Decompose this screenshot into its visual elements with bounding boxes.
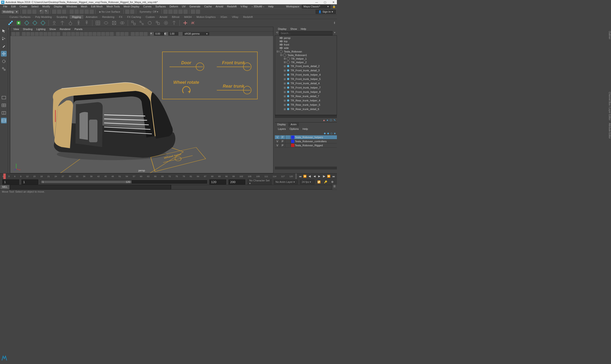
view-safe-action-icon[interactable] <box>56 32 60 36</box>
outliner-item[interactable]: ⊞✱TR_Rear_trunk_helper_4 <box>275 98 337 103</box>
snap-curve-icon[interactable] <box>75 10 79 14</box>
play-forward-icon[interactable]: ▶ <box>317 174 321 179</box>
outliner-item[interactable]: ⊟Tesla_Robovan1 <box>275 53 337 57</box>
view-transform-icon[interactable] <box>179 32 182 36</box>
shelf-skin-icon[interactable] <box>51 20 58 26</box>
view-dof-icon[interactable] <box>110 32 114 36</box>
layout-custom-icon[interactable] <box>1 118 7 123</box>
snap-live-icon[interactable] <box>90 10 94 14</box>
outliner-menu-display[interactable]: Display <box>276 27 288 30</box>
goto-start-icon[interactable]: ⏮ <box>298 174 302 179</box>
lasso-tool-icon[interactable] <box>1 36 7 41</box>
outliner-item[interactable]: ⊞✱TR_Front_trunk_helper_8 <box>275 90 337 94</box>
menu-generate[interactable]: Generate <box>187 5 202 8</box>
outliner-item[interactable]: ⊞✱TR_Front_trunk_detail_4 <box>275 81 337 85</box>
outliner-item[interactable]: top <box>275 40 337 43</box>
rig-door-slider[interactable] <box>169 66 203 67</box>
gamma-selector[interactable]: sRGB gamma▾ <box>183 32 209 35</box>
menu-surfaces[interactable]: Surfaces <box>154 5 168 8</box>
current-time-indicator[interactable] <box>3 173 6 179</box>
shelf-tab-rendering[interactable]: Rendering <box>100 15 117 19</box>
menu-display[interactable]: Display <box>52 5 65 8</box>
outliner-item[interactable]: ⊞✱TR_Rear_trunk_detail_6 <box>275 107 337 111</box>
shelf-tab-poly-modeling[interactable]: Poly Modeling <box>33 15 54 19</box>
shelf-tab-motion-graphics[interactable]: Motion Graphics <box>194 15 218 19</box>
range-end-inner[interactable] <box>209 180 226 184</box>
view-lights-icon[interactable] <box>76 32 79 36</box>
gamma-icon[interactable]: ◐ <box>164 32 168 36</box>
shelf-ik-handle-icon[interactable] <box>40 20 46 26</box>
view-nurbs-icon[interactable] <box>135 32 139 36</box>
lock-icon[interactable]: 🔒 <box>332 5 336 8</box>
shelf-tab-vray[interactable]: VRay <box>229 15 241 19</box>
view-gate-mask-icon[interactable] <box>48 32 52 36</box>
view-shaded-icon[interactable] <box>67 32 71 36</box>
move-tool-icon[interactable] <box>1 51 7 57</box>
layer-menu-help[interactable]: Help <box>301 128 310 130</box>
view-exposure-icon[interactable] <box>116 32 120 36</box>
toggle-icon[interactable] <box>196 10 200 14</box>
menu-create[interactable]: Create <box>18 5 29 8</box>
menu-mesh[interactable]: Mesh <box>79 5 89 8</box>
channel-icon-3[interactable]: ⬡ <box>330 119 332 122</box>
range-end-outer[interactable] <box>229 180 245 184</box>
anim-layer-selector[interactable]: No Anim Layer ▾ <box>274 180 298 184</box>
shelf-constraint-orient-icon[interactable] <box>146 20 153 26</box>
fps-selector[interactable]: 24 fps ▾ <box>300 180 314 184</box>
view-color-icon[interactable] <box>125 32 129 36</box>
view-multisample-icon[interactable] <box>105 32 109 36</box>
layout-single-icon[interactable] <box>1 95 7 101</box>
layer-row[interactable]: VPTesla_Robovan_controllers <box>275 139 337 143</box>
layer-new-empty-icon[interactable]: ◇ <box>330 132 332 135</box>
maximize-button[interactable]: ▢ <box>323 1 327 4</box>
select-tool-icon[interactable] <box>1 28 7 34</box>
outliner-item[interactable]: ⊞✱TR_Rear_trunk_detail_7 <box>275 94 337 98</box>
scale-tool-icon[interactable] <box>1 66 7 72</box>
outliner-item[interactable]: front <box>275 43 337 46</box>
outliner-item[interactable]: ⊞TR_Helper_2 <box>275 60 337 64</box>
module-selector[interactable]: Modeling ▾ <box>1 10 19 14</box>
construction-icon[interactable] <box>130 10 134 14</box>
range-slider[interactable]: 1120 <box>40 180 207 183</box>
autokey-icon[interactable]: 🔑 <box>324 180 328 184</box>
rig-controls-panel[interactable]: Door Front trunk Wheel rotate Rear trunk <box>162 52 258 99</box>
view-textured-icon[interactable] <box>71 32 75 36</box>
outliner-item[interactable]: ⊟Tesla_Robovan <box>275 50 337 53</box>
exposure-icon[interactable]: ☀ <box>150 32 154 36</box>
tab-anim[interactable]: Anim <box>288 122 299 127</box>
view-2d-icon[interactable] <box>31 32 34 36</box>
shelf-tab-redshift[interactable]: Redshift <box>241 15 255 19</box>
panel-layout-icon[interactable] <box>191 10 195 14</box>
shelf-tab-custom[interactable]: Custom <box>143 15 157 19</box>
menu-uv[interactable]: UV <box>180 5 187 8</box>
menu-help[interactable]: Help <box>266 5 275 8</box>
live-surface[interactable]: ◈ No Live Surface <box>97 10 122 14</box>
view-bookmark-icon[interactable] <box>22 32 26 36</box>
shelf-pose-icon[interactable] <box>83 20 90 26</box>
menu-mesh-display[interactable]: Mesh Display <box>122 5 141 8</box>
character-set-selector[interactable]: No Character Set ▾ <box>247 178 272 186</box>
outliner-item[interactable]: ⊞TR_Helper_1 <box>275 57 337 60</box>
menu-file[interactable]: File <box>1 5 9 8</box>
menu--dtoall-[interactable]: – 3DtoAll – <box>249 5 266 8</box>
outliner[interactable]: persptopfrontside⊟Tesla_Robovan⊟Tesla_Ro… <box>275 35 337 115</box>
minimize-button[interactable]: — <box>314 1 319 4</box>
menu-v-ray[interactable]: V-Ray <box>238 5 249 8</box>
shelf-bind-icon[interactable] <box>59 20 66 26</box>
shelf-tab-animation[interactable]: Animation <box>83 15 100 19</box>
open-scene-icon[interactable] <box>27 10 31 14</box>
shelf-cluster-icon[interactable] <box>103 20 109 26</box>
outliner-item[interactable]: ⊞✱TR_Front_trunk_helper_4 <box>275 73 337 77</box>
outliner-menu-help[interactable]: Help <box>299 27 308 30</box>
outliner-item[interactable]: ⊞✱TR_Front_trunk_helper_7 <box>275 85 337 90</box>
shelf-tab-fx[interactable]: FX <box>117 15 125 19</box>
layer-icon-2[interactable]: ◆ <box>327 132 329 135</box>
step-forward-icon[interactable]: |▶ <box>322 174 326 179</box>
play-back-icon[interactable]: ◀ <box>312 174 317 179</box>
shelf-constraint-aim-icon[interactable] <box>163 20 169 26</box>
history-icon[interactable] <box>125 10 130 14</box>
viewport-3d[interactable]: Door Front trunk Wheel rotate Rear trunk <box>10 36 273 173</box>
snap-point-icon[interactable] <box>79 10 84 14</box>
cmd-lang-label[interactable]: MEL <box>0 185 10 190</box>
tab-display[interactable]: Display <box>275 122 288 127</box>
